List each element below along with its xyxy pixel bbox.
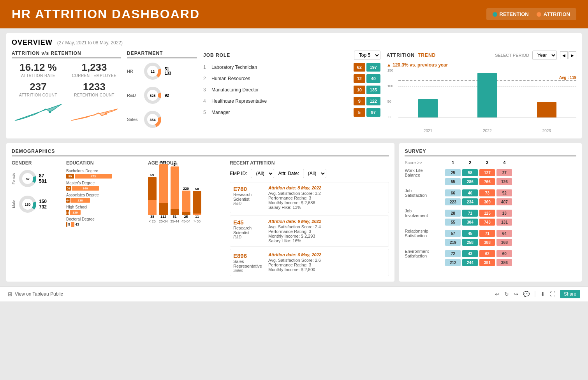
dept-hr-donut: 12: [143, 61, 162, 81]
svg-point-3: [105, 112, 107, 115]
jobrole-name-2: Human Resources: [211, 76, 351, 81]
ji-2-2: 304: [462, 219, 478, 226]
rank-2: 2: [203, 76, 209, 81]
undo-btn[interactable]: ↩: [495, 291, 500, 297]
attr-date-select[interactable]: (All): [303, 169, 326, 178]
age-gt55-v2: 11: [195, 215, 199, 219]
jobrole-val1-5: 5: [354, 108, 365, 117]
jobrole-bars-1: 62 197: [354, 63, 380, 72]
chart-grid: 150 100 50 0 Avg : 119: [398, 71, 576, 117]
period-select[interactable]: Year: [532, 51, 557, 60]
fullscreen-btn[interactable]: ⛶: [550, 291, 555, 297]
period-next-btn[interactable]: ▶: [569, 51, 576, 59]
svg-point-1: [49, 111, 51, 113]
edu-label-4: High School: [66, 205, 144, 209]
age-group-gt55: 58 11 > 55: [193, 187, 201, 223]
male-label: Male: [12, 200, 16, 208]
edu-label-1: Bachelor's Degree: [66, 169, 144, 173]
emp-role-2: Research Scientist: [233, 226, 264, 235]
tableau-link[interactable]: ⊞ View on Tableau Public: [8, 291, 63, 297]
bars-container: [398, 71, 576, 117]
es-2-2: 244: [462, 259, 478, 266]
es-2-3: 391: [479, 259, 495, 266]
dept-hr-row: HR 12 51 133: [127, 61, 197, 81]
retention-count-value: 1233: [68, 81, 121, 93]
age-group-35-44: 454 51 35-44: [170, 163, 179, 223]
age-group-25-34: 442 112 25-34: [159, 160, 168, 223]
emp-id-1: E780: [233, 186, 264, 192]
female-label: Female: [12, 173, 16, 184]
emp-income-1: Monthly Income: $ 2,686: [268, 200, 386, 205]
age-gt55-bar1: [193, 191, 201, 214]
download-btn[interactable]: ⬇: [540, 291, 545, 297]
jobrole-name-1: Laboratory Technician: [211, 65, 351, 70]
edu-bar1-5: [66, 222, 67, 227]
emp-income-2: Monthly Income: $ 2,293: [268, 234, 386, 238]
y-label-0: 0: [389, 115, 391, 119]
age-3544-bar1: [171, 209, 179, 215]
edu-label-2: Master's Degree: [66, 181, 144, 185]
education-title: EDUCATION: [66, 160, 144, 166]
share-btn[interactable]: Share: [560, 290, 580, 298]
dept-hr-numbers: 51 133: [165, 67, 171, 75]
emp-date-3: Attrition date: 6 May, 2022: [268, 252, 386, 257]
bottom-section: DEMOGRAPHICS GENDER Female 87: [6, 143, 582, 282]
emp-dept-3: Sales: [233, 268, 264, 273]
age-3544-label: 35-44: [170, 219, 179, 223]
rank-1: 1: [203, 65, 209, 70]
year-label-2021: 2021: [402, 129, 454, 133]
emp-income-3: Monthly Income: $ 2,800: [268, 267, 386, 272]
period-prev-btn[interactable]: ◀: [560, 51, 568, 59]
job-role-row-5: 5 Manager 5 97: [203, 108, 380, 117]
female-values: 87 501: [39, 173, 47, 184]
edu-bar2-3: 238: [70, 198, 90, 203]
comment-btn[interactable]: 💬: [523, 291, 530, 297]
wlb-2-2: 286: [462, 178, 478, 185]
edu-bars-5: 5 43: [66, 222, 144, 227]
survey-js-row2: 223 234 369 407: [405, 198, 576, 205]
edu-bars-2: 58 340: [66, 186, 144, 191]
jobrole-bars-5: 5 97: [354, 108, 380, 117]
age-3544-v1: 454: [172, 163, 178, 166]
emp-id-label: EMP ID:: [230, 171, 247, 176]
age-gt55-v1: 58: [195, 187, 199, 191]
attrition-sparkline: [12, 101, 65, 121]
top-select[interactable]: Top 5: [354, 51, 380, 60]
y-label-50: 50: [387, 100, 391, 103]
survey-header-row: Score >> 1 2 3 4: [405, 160, 576, 165]
recent-attrition-title: RECENT ATTRITION: [230, 160, 389, 166]
redo-btn[interactable]: ↪: [514, 291, 518, 297]
age-gt55-label: > 55: [194, 219, 201, 223]
female-value: 87: [39, 173, 47, 179]
rs-2-1: 219: [445, 239, 461, 246]
ji-1-3: 125: [479, 210, 495, 217]
gender-panel: GENDER Female 87 87 501: [12, 160, 62, 276]
attrition-dot: [537, 12, 541, 17]
js-2-2: 234: [462, 198, 478, 205]
ji-2-3: 743: [479, 219, 495, 226]
emp-date-2: Attrition date: 6 May, 2022: [268, 219, 386, 224]
survey-js-label: JobSatisfaction: [405, 188, 444, 198]
emp-role-3: Sales Representative: [233, 259, 264, 268]
dept-rd-val1: 92: [165, 93, 169, 98]
edu-bar2-4: 139: [70, 210, 81, 215]
rank-5: 5: [203, 110, 209, 115]
dept-hr-label: HR: [127, 69, 141, 74]
divider-1: |: [534, 291, 536, 298]
emp-id-select[interactable]: (All): [251, 169, 274, 178]
edu-bar2-1: 473: [75, 174, 112, 179]
wlb-2-4: 126: [496, 178, 512, 185]
attrition-rate-label: ATTRITION RATE: [12, 74, 65, 78]
jobrole-val2-3: 135: [366, 86, 380, 94]
refresh-btn[interactable]: ↻: [504, 291, 509, 297]
edu-row-2: Master's Degree 58 340: [66, 181, 144, 191]
y-label-150: 150: [387, 68, 393, 72]
x-labels: 2021 2022 2023: [398, 129, 576, 133]
edu-bars-1: 99 473: [66, 174, 144, 179]
overview-header: OVERVIEW (27 May, 2021 to 08 May, 2022): [12, 39, 576, 47]
es-1-1: 72: [445, 250, 461, 257]
current-employee-label: CURRENT EMPLOYEE: [68, 74, 121, 78]
age-bars-container: 59 38 < 25 442 112 25-34: [148, 169, 226, 223]
edu-row-1: Bachelor's Degree 99 473: [66, 169, 144, 179]
survey-score-label: Score >>: [405, 160, 444, 165]
